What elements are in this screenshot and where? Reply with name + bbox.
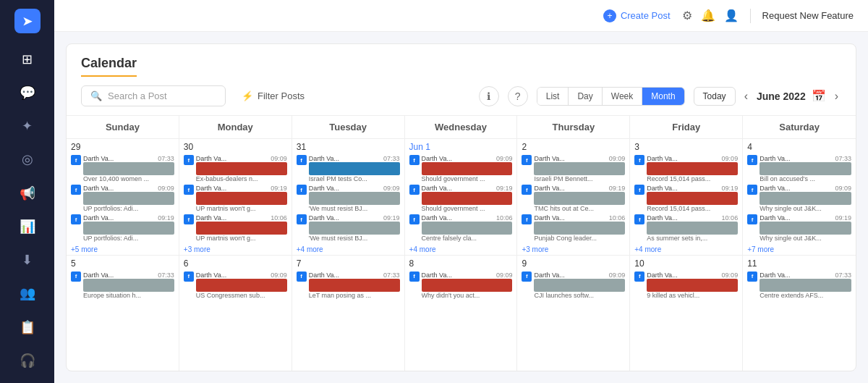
post-desc: Why single out J&K... — [760, 205, 851, 212]
post-time: 09:09 — [722, 155, 739, 162]
post-content: Darth Va... 10:06 Centre falsely cla... — [422, 214, 513, 242]
more-posts-link[interactable]: +4 more — [634, 245, 738, 253]
fb-icon: f — [297, 185, 307, 195]
header-tuesday: Tuesday — [292, 116, 405, 138]
date-8: 8 — [409, 258, 513, 269]
post-content: Darth Va... 09:09 UP portfolios: Adi... — [83, 185, 174, 212]
user-icon[interactable]: 👤 — [724, 9, 739, 22]
post-content: Darth Va... 09:09 'We must resist BJ... — [309, 185, 400, 212]
settings-icon[interactable]: ⚙ — [682, 9, 692, 22]
post-row: f Darth Va... 09:19 Should government ..… — [409, 185, 513, 212]
post-header: Darth Va... 07:33 — [309, 155, 400, 162]
next-month-button[interactable]: › — [832, 88, 841, 104]
week-row-2: 5 f Darth Va... 07:33 Europe situation h… — [67, 256, 856, 371]
cell-sat-11: 11 f Darth Va... 07:33 Centre extends AF… — [743, 256, 856, 371]
sidebar-icon-support[interactable]: 🎧 — [13, 347, 42, 374]
more-posts-link[interactable]: +3 more — [522, 245, 625, 253]
more-posts-link[interactable]: +4 more — [297, 245, 400, 253]
post-header: Darth Va... 09:09 — [534, 272, 625, 279]
fb-icon: f — [297, 272, 307, 282]
post-name: Darth Va... — [422, 272, 452, 279]
post-row: f Darth Va... 10:06 UP martnis won't g..… — [184, 214, 287, 242]
post-time: 07:33 — [835, 155, 851, 162]
sidebar-icon-monitor[interactable]: ◎ — [13, 146, 42, 173]
sidebar-icon-messages[interactable]: 💬 — [13, 79, 42, 106]
sidebar-icon-dashboard[interactable]: ⊞ — [13, 45, 42, 72]
post-row: f Darth Va... 09:09 Why single out J&K..… — [747, 185, 851, 212]
post-header: Darth Va... 07:33 — [83, 272, 174, 279]
request-feature-button[interactable]: Request New Feature — [762, 10, 854, 21]
fb-icon: f — [71, 155, 81, 165]
today-button[interactable]: Today — [694, 87, 736, 106]
sidebar-icon-users[interactable]: 👥 — [13, 279, 42, 307]
month-view-button[interactable]: Month — [642, 88, 684, 105]
info-button[interactable]: ℹ — [479, 86, 499, 106]
post-content: Darth Va... 07:33 Europe situation h... — [83, 272, 174, 299]
post-thumb — [83, 222, 174, 235]
fb-icon: f — [184, 185, 194, 195]
post-header: Darth Va... 09:09 — [422, 155, 513, 162]
sidebar-icon-download[interactable]: ⬇ — [13, 246, 42, 274]
post-time: 09:19 — [271, 185, 287, 192]
notifications-icon[interactable]: 🔔 — [701, 9, 715, 22]
post-header: Darth Va... 09:09 — [196, 272, 287, 279]
calendar-picker-icon[interactable]: 📅 — [812, 89, 826, 103]
post-row: f Darth Va... 09:09 UP portfolios: Adi..… — [71, 185, 174, 212]
fb-icon: f — [409, 155, 420, 165]
day-view-button[interactable]: Day — [569, 88, 602, 105]
search-placeholder: Search a Post — [108, 91, 167, 101]
calendar-toolbar: 🔍 Search a Post ⚡ Filter Posts ℹ ? List … — [81, 85, 841, 115]
sidebar-icon-campaigns[interactable]: 📢 — [13, 179, 42, 206]
post-row: f Darth Va... 09:09 Israeli PM Bennett..… — [522, 155, 625, 182]
post-thumb — [83, 279, 174, 292]
post-time: 09:19 — [722, 185, 739, 192]
create-post-button[interactable]: + Create Post — [603, 9, 671, 22]
post-content: Darth Va... 10:06 Punjab Cong leader... — [534, 214, 625, 242]
search-box[interactable]: 🔍 Search a Post — [81, 85, 226, 106]
more-posts-link[interactable]: +5 more — [71, 245, 174, 253]
fb-icon: f — [71, 272, 81, 282]
post-thumb — [647, 279, 738, 292]
toolbar-left: 🔍 Search a Post ⚡ Filter Posts — [81, 85, 312, 106]
post-row: f Darth Va... 09:09 Ex-babus-dealers n..… — [184, 155, 287, 182]
list-view-button[interactable]: List — [537, 88, 569, 105]
date-3: 3 — [634, 142, 738, 152]
post-desc: Europe situation h... — [83, 292, 174, 299]
post-name: Darth Va... — [83, 272, 114, 279]
main-content: + Create Post ⚙ 🔔 👤 Request New Feature … — [54, 0, 868, 383]
post-name: Darth Va... — [196, 185, 226, 192]
date-11: 11 — [747, 258, 851, 269]
current-month-label: June 2022 — [757, 91, 806, 102]
post-name: Darth Va... — [647, 214, 677, 222]
calendar-header: Calendar 🔍 Search a Post ⚡ Filter Posts … — [67, 44, 856, 116]
post-row: f Darth Va... 09:09 US Congressmen sub..… — [184, 272, 287, 299]
sidebar-logo[interactable]: ➤ — [14, 9, 41, 33]
week-view-button[interactable]: Week — [603, 88, 642, 105]
post-header: Darth Va... 07:33 — [309, 272, 400, 279]
post-desc: Centre falsely cla... — [422, 235, 513, 242]
post-desc: Israel PM tests Co... — [309, 175, 400, 182]
filter-label: Filter Posts — [258, 91, 305, 101]
post-desc: CJI launches softw... — [534, 292, 625, 299]
sidebar-icon-reports[interactable]: 📊 — [13, 213, 42, 240]
cell-thu-2: 2 f Darth Va... 09:09 Israeli PM Bennett… — [517, 139, 630, 255]
post-time: 09:09 — [271, 272, 287, 279]
help-button[interactable]: ? — [508, 86, 528, 106]
post-header: Darth Va... 10:06 — [534, 214, 625, 222]
post-row: f Darth Va... 09:09 Record 15,014 pass..… — [634, 155, 738, 182]
post-row: f Darth Va... 09:19 'We must resist BJ..… — [297, 214, 400, 242]
more-posts-link[interactable]: +4 more — [409, 245, 513, 253]
sidebar-icon-content[interactable]: 📋 — [13, 313, 42, 340]
post-name: Darth Va... — [647, 155, 677, 162]
more-posts-link[interactable]: +3 more — [184, 245, 287, 253]
post-content: Darth Va... 10:06 As summer sets in,... — [647, 214, 738, 242]
fb-icon: f — [184, 214, 194, 224]
more-posts-link[interactable]: +7 more — [747, 245, 851, 253]
cell-fri-3: 3 f Darth Va... 09:09 Record 15,014 pass… — [630, 139, 743, 255]
sidebar-icon-analytics[interactable]: ✦ — [13, 112, 42, 140]
filter-posts-button[interactable]: ⚡ Filter Posts — [234, 86, 312, 106]
cell-sat-4: 4 f Darth Va... 07:33 Bill on accused's … — [743, 139, 856, 255]
post-row: f Darth Va... 07:33 Bill on accused's ..… — [747, 155, 851, 182]
prev-month-button[interactable]: ‹ — [741, 88, 751, 104]
fb-icon: f — [522, 214, 532, 224]
